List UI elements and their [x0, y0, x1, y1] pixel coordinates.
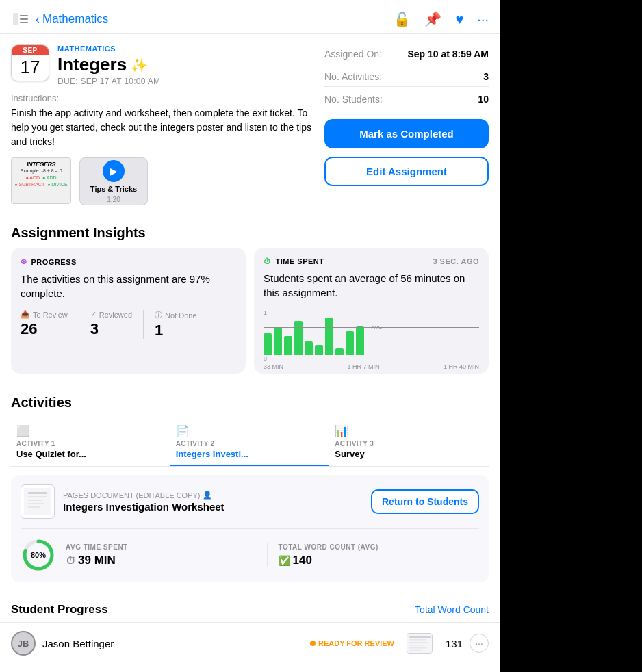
- svg-rect-3: [20, 22, 28, 23]
- header: ‹ Mathematics 🔓 📌 ♥ ···: [0, 0, 500, 34]
- person-icon: 👤: [203, 491, 212, 500]
- activity-tab-3[interactable]: 📊 ACTIVITY 3 Survey: [329, 417, 489, 466]
- assignment-top: SEP 17 MATHEMATICS Integers ✨ DUE: SEP 1…: [0, 34, 500, 214]
- svg-rect-9: [28, 506, 40, 508]
- subject-label: MATHEMATICS: [57, 44, 160, 53]
- left-section: SEP 17 MATHEMATICS Integers ✨ DUE: SEP 1…: [11, 44, 313, 205]
- integers-poster-thumb[interactable]: INTEGERS Example: -8 + 8 = 0 ● ADD ● ADD…: [11, 157, 71, 204]
- inbox-icon: 📥: [21, 310, 30, 319]
- return-to-students-button[interactable]: Return to Students: [371, 489, 479, 514]
- edit-assignment-button[interactable]: Edit Assignment: [324, 157, 489, 186]
- play-button[interactable]: ▶: [103, 160, 125, 182]
- time-ago: 3 sec. ago: [433, 257, 479, 266]
- cal-month: SEP: [12, 45, 49, 55]
- svg-rect-19: [409, 650, 422, 651]
- video-duration: 1:20: [107, 196, 120, 203]
- more-icon[interactable]: ···: [477, 12, 489, 27]
- avg-time-value: ⏱ 39 MIN: [66, 554, 256, 567]
- stat-divider-2: [143, 310, 144, 339]
- students-label: No. Students:: [324, 94, 383, 105]
- insights-grid: ⊛ PROGRESS The activities on this assign…: [0, 248, 500, 385]
- bar-6: [315, 345, 323, 355]
- svg-rect-1: [20, 15, 28, 16]
- activity-tab-1[interactable]: ⬜ ACTIVITY 1 Use Quizlet for...: [11, 417, 170, 466]
- assigned-on-value: Sep 10 at 8:59 AM: [407, 49, 489, 60]
- student-progress-title: Student Progress: [11, 603, 108, 617]
- back-button[interactable]: ‹ Mathematics: [36, 12, 108, 27]
- svg-rect-17: [409, 645, 423, 646]
- activity-tab-2[interactable]: 📄 ACTIVITY 2 Integers Investi...: [170, 417, 330, 466]
- total-word-count-link[interactable]: Total Word Count: [415, 604, 489, 615]
- back-label: Mathematics: [42, 12, 108, 26]
- student-name-jb: Jason Bettinger: [42, 638, 298, 649]
- sidebar-toggle-button[interactable]: [11, 10, 30, 29]
- not-done-stat: ⓘ Not Done 1: [155, 310, 196, 339]
- to-review-stat: 📥 To Review 26: [21, 310, 68, 339]
- pages-icon: 📄: [176, 424, 324, 437]
- info-icon: ⓘ: [155, 310, 162, 320]
- bar-10: [356, 326, 364, 355]
- svg-rect-16: [409, 642, 428, 643]
- word-count-label: TOTAL WORD COUNT (AVG): [279, 543, 469, 551]
- stat-divider-1: [79, 310, 79, 339]
- time-icon: ⏱: [264, 257, 272, 266]
- progress-stats: 📥 To Review 26 ✓ Reviewed 3: [21, 310, 236, 339]
- assigned-on-label: Assigned On:: [324, 49, 382, 60]
- svg-rect-7: [28, 500, 42, 501]
- activity-metrics: 80% AVG TIME SPENT ⏱ 39 MIN TOTAL WORD C…: [21, 528, 479, 573]
- to-review-value: 26: [21, 320, 68, 338]
- bar-5: [305, 341, 313, 355]
- activities-value: 3: [483, 71, 489, 82]
- student-row-jb: JB Jason Bettinger READY FOR REVIEW 131: [0, 622, 500, 664]
- lock-icon[interactable]: 🔓: [394, 11, 411, 27]
- assignment-info: MATHEMATICS Integers ✨ DUE: SEP 17 AT 10…: [57, 44, 160, 93]
- reviewed-stat: ✓ Reviewed 3: [90, 310, 132, 339]
- svg-rect-0: [13, 13, 18, 25]
- doc-name: Integers Investigation Worksheet: [63, 501, 363, 513]
- activities-section: Activities ⬜ ACTIVITY 1 Use Quizlet for.…: [0, 385, 500, 593]
- word-count-block: TOTAL WORD COUNT (AVG) ✅ 140: [268, 543, 480, 567]
- due-date: DUE: SEP 17 AT 10:00 AM: [57, 77, 160, 86]
- status-dot-jb: [310, 641, 316, 646]
- right-black-panel: [500, 0, 642, 672]
- word-count-jb: 131: [439, 638, 463, 649]
- students-value: 10: [478, 94, 489, 105]
- student-progress-section: Student Progress Total Word Count JB Jas…: [0, 593, 500, 672]
- activities-title: Activities: [11, 385, 489, 417]
- student-doc-jb[interactable]: [407, 633, 433, 654]
- tips-tricks-thumb[interactable]: ▶ Tips & Tricks 1:20: [79, 157, 148, 205]
- header-icons: 🔓 📌 ♥ ···: [394, 11, 489, 27]
- heart-icon[interactable]: ♥: [455, 12, 463, 27]
- activities-row: No. Activities: 3: [324, 67, 489, 87]
- assignment-insights-section: Assignment Insights ⊛ PROGRESS The activ…: [0, 214, 500, 385]
- progress-main-text: The activities on this assignment are 97…: [21, 272, 236, 300]
- progress-header: ⊛ PROGRESS: [21, 257, 236, 266]
- svg-text:80%: 80%: [31, 551, 46, 559]
- attachments: INTEGERS Example: -8 + 8 = 0 ● ADD ● ADD…: [11, 157, 313, 205]
- status-badge-jb: READY FOR REVIEW: [305, 636, 400, 650]
- chevron-left-icon: ‹: [36, 12, 40, 27]
- time-header: ⏱ TIME SPENT 3 sec. ago: [264, 257, 479, 266]
- student-progress-header: Student Progress Total Word Count: [0, 593, 500, 622]
- progress-card: ⊛ PROGRESS The activities on this assign…: [11, 248, 246, 374]
- progress-circle: 80%: [21, 537, 56, 573]
- time-main-text: Students spent an average of 56 minutes …: [264, 271, 479, 300]
- insights-title: Assignment Insights: [0, 214, 500, 248]
- activities-tabs: ⬜ ACTIVITY 1 Use Quizlet for... 📄 ACTIVI…: [11, 417, 489, 467]
- pin-icon[interactable]: 📌: [424, 11, 441, 27]
- instructions-label: Instructions:: [11, 93, 313, 103]
- doc-type: PAGES DOCUMENT (EDITABLE COPY) 👤: [63, 491, 363, 500]
- avg-time-block: AVG TIME SPENT ⏱ 39 MIN: [66, 543, 268, 567]
- more-button-jb[interactable]: ···: [470, 634, 489, 653]
- students-row: No. Students: 10: [324, 90, 489, 109]
- video-title: Tips & Tricks: [90, 185, 137, 193]
- time-label: TIME SPENT: [276, 257, 324, 266]
- quizlet-icon: ⬜: [16, 424, 165, 437]
- y-label-0: 0: [264, 355, 479, 362]
- header-left: ‹ Mathematics: [11, 10, 394, 29]
- mark-completed-button[interactable]: Mark as Completed: [324, 119, 489, 148]
- svg-rect-18: [409, 647, 427, 649]
- svg-rect-8: [28, 503, 44, 504]
- check-circle-icon: ✅: [279, 555, 290, 566]
- time-bar-chart: 1: [264, 309, 479, 364]
